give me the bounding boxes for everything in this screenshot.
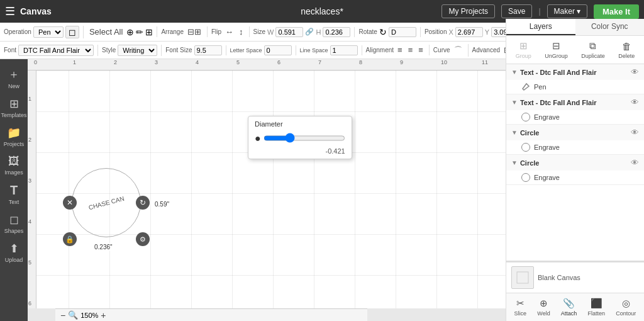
attach-icon: 📎 [563,298,575,309]
sidebar-item-images[interactable]: 🖼 Images [2,152,26,178]
layer-sub-0[interactable]: Pen [506,80,644,94]
flip-v-button[interactable]: ↕ [237,26,245,37]
layer-header-2[interactable]: ▼ Circle 👁 [506,125,644,140]
sidebar-item-upload[interactable]: ⬆ Upload [2,239,26,266]
diameter-tooltip: Diameter ● -0.421 [248,116,352,159]
select-all-button[interactable]: Select All [87,26,125,37]
main-canvas-area[interactable]: 0 1 2 3 4 5 6 7 8 9 10 11 12 1 2 3 4 5 6 [28,59,506,321]
flatten-button[interactable]: ⬛ Flatten [586,296,608,318]
delete-button[interactable]: 🗑 Delete [615,39,638,61]
layer-sub-1[interactable]: Engrave [506,110,644,124]
lock-handle[interactable]: 🔒 [63,232,77,246]
rotate-icon: ↻ [379,27,387,37]
shapes-icon: ◻ [9,213,19,227]
sidebar-item-templates[interactable]: ⊞ Templates [2,94,26,121]
dim-height-label: 0.236" [92,243,114,251]
flip-h-button[interactable]: ↔ [223,26,235,37]
align-left-button[interactable]: ≡ [396,45,404,55]
canvas-grid[interactable]: 1 2 3 4 5 6 CHASE CAN ✕ ↻ 🔒 ⚙ 0.59" 0.23… [28,70,506,308]
operation-group: Operation Pen ◻ [4,26,84,38]
eye-icon-0[interactable]: 👁 [631,67,639,77]
zoom-in-button[interactable]: + [101,310,106,320]
ungroup-icon: ⊟ [552,40,560,52]
menu-icon[interactable]: ☰ [5,4,15,18]
templates-label: Templates [1,112,26,118]
height-input[interactable]: 0.236 [323,27,350,37]
group-button[interactable]: ⊞ Group [513,38,535,61]
my-projects-button[interactable]: My Projects [441,4,495,18]
align-right-button[interactable]: ≡ [416,45,425,55]
zoom-out-button[interactable]: − [60,310,65,320]
style-select[interactable]: Writing [118,45,157,56]
chevron-icon-2: ▼ [511,129,518,136]
sidebar-item-new[interactable]: ＋ New [2,64,26,92]
maker-button[interactable]: Maker ▾ [547,4,587,18]
layer-group-1: ▼ Text - Dtc Fall And Flair 👁 Engrave [506,94,644,125]
letter-space-group: Letter Space 0 [230,45,296,55]
ungroup-button[interactable]: ⊟ UnGroup [541,38,571,61]
save-button[interactable]: Save [501,4,532,18]
projects-icon: 📁 [7,126,21,140]
layer-header-1[interactable]: ▼ Text - Dtc Fall And Flair 👁 [506,94,644,110]
y-label: Y [485,28,489,36]
width-input[interactable]: 0.591 [275,27,303,37]
layer-sub-3[interactable]: Engrave [506,171,644,184]
x-input[interactable]: 2.697 [455,27,483,37]
layer-header-0[interactable]: ▼ Text - Dtc Fall And Flair 👁 [506,64,644,80]
contour-button[interactable]: ◎ Contour [614,296,638,318]
layer-group-2: ▼ Circle 👁 Engrave [506,125,644,155]
font-size-input[interactable]: 9.5 [194,45,222,55]
settings-handle[interactable]: ⚙ [136,232,150,246]
delete-handle[interactable]: ✕ [63,196,77,210]
curve-button[interactable]: ⌒ [452,44,464,57]
tooltip-value: -0.421 [255,147,345,155]
tab-color-sync[interactable]: Color Sync [575,19,645,35]
design-circle[interactable]: CHASE CAN [72,168,141,237]
layer-sub-2[interactable]: Engrave [506,140,644,154]
rotate-handle[interactable]: ↻ [136,196,150,210]
layers-list: ▼ Text - Dtc Fall And Flair 👁 Pen ▼ Text… [506,64,644,261]
tab-layers[interactable]: Layers [506,19,575,35]
select-all-group: Select All ⊕ ✏ ⊞ [87,26,157,37]
diameter-slider[interactable] [264,132,345,145]
sidebar-item-text[interactable]: T Text [2,181,26,208]
images-label: Images [4,169,23,176]
duplicate-button[interactable]: ⧉ Duplicate [578,38,608,61]
zoom-icon: 🔍 [68,310,78,320]
tooltip-title: Diameter [255,120,345,128]
panel-actions: ⊞ Group ⊟ UnGroup ⧉ Duplicate 🗑 Delete [506,36,644,64]
layer-group-3: ▼ Circle 👁 Engrave [506,155,644,185]
attach-button[interactable]: 📎 Attach [559,296,579,318]
ruler-zero: 0 [34,59,37,65]
align-center-button[interactable]: ≡ [406,45,415,55]
layer-title-0: Text - Dtc Fall And Flair [520,69,628,76]
layer-title-3: Circle [520,159,628,167]
width-label: W [267,28,274,36]
slice-button[interactable]: ✂ Slice [513,296,529,318]
panel-tabs: Layers Color Sync [506,19,644,36]
sidebar-item-shapes[interactable]: ◻ Shapes [2,210,26,237]
make-it-button[interactable]: Make It [594,4,639,19]
letter-space-input[interactable]: 0 [264,45,292,55]
weld-button[interactable]: ⊕ Weld [535,296,552,318]
font-select[interactable]: DTC Fall And Flair [18,45,94,56]
rotate-group: Rotate ↻ D [358,27,420,37]
circle-icon-3 [521,173,530,182]
layer-header-3[interactable]: ▼ Circle 👁 [506,155,644,171]
design-object[interactable]: CHASE CAN ✕ ↻ 🔒 ⚙ 0.59" 0.236" [72,168,141,237]
eye-icon-3[interactable]: 👁 [631,158,639,167]
shapes-label: Shapes [4,228,24,234]
eye-icon-2[interactable]: 👁 [631,128,639,137]
ruler-top: 0 1 2 3 4 5 6 7 8 9 10 11 12 [28,59,506,70]
rotate-input[interactable]: D [389,27,416,37]
style-group: Style Writing [102,45,162,56]
new-icon: ＋ [8,67,19,82]
arrange-button[interactable]: ⊟⊞ [186,26,203,37]
layer-title-1: Text - Dtc Fall And Flair [520,99,628,106]
text-icon: T [10,183,18,198]
operation-select[interactable]: Pen [33,26,64,38]
line-space-input[interactable]: 1 [330,45,358,55]
sidebar-item-projects[interactable]: 📁 Projects [2,123,26,150]
eye-icon-1[interactable]: 👁 [631,98,639,107]
offset-icon: ⊞ [145,27,153,37]
